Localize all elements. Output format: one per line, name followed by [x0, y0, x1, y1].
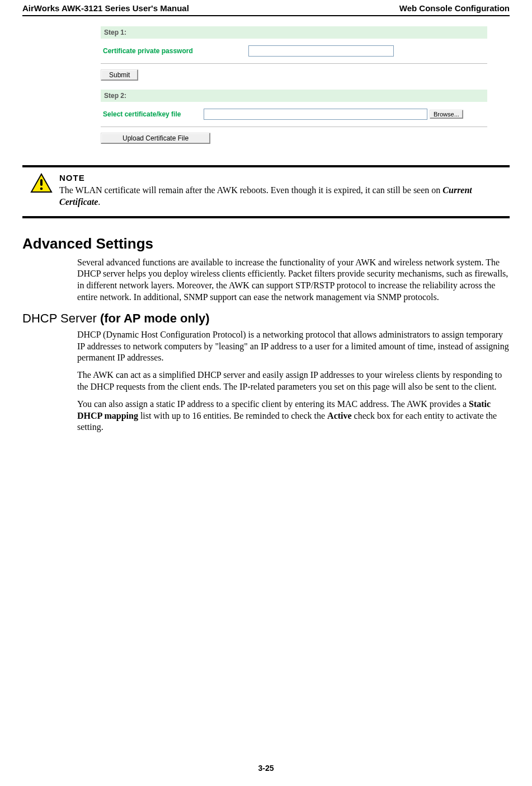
doc-header-left: AirWorks AWK-3121 Series User's Manual: [22, 3, 189, 13]
advanced-settings-para: Several advanced functions are available…: [77, 257, 510, 303]
divider: [101, 63, 487, 64]
select-file-label: Select certificate/key file: [103, 110, 204, 118]
svg-rect-1: [40, 179, 43, 186]
page-number: 3-25: [0, 764, 532, 773]
doc-header-right: Web Console Configuration: [399, 3, 510, 13]
dhcp-para3: You can also assign a static IP address …: [77, 399, 510, 433]
note-text-suffix: .: [98, 197, 100, 207]
upload-cert-button[interactable]: Upload Certificate File: [101, 133, 210, 144]
dhcp-server-heading: DHCP Server (for AP mode only): [22, 311, 510, 326]
dhcp-para1: DHCP (Dynamic Host Configuration Protoco…: [77, 329, 510, 364]
alert-icon: [30, 173, 53, 195]
note-block: NOTE The WLAN certificate will remain af…: [22, 165, 510, 218]
step2-header: Step 2:: [101, 90, 487, 102]
advanced-settings-heading: Advanced Settings: [22, 235, 510, 252]
divider: [101, 127, 487, 127]
dhcp-para3-mid: list with up to 16 entities. Be reminded…: [138, 411, 327, 420]
cert-password-input[interactable]: [248, 45, 394, 57]
web-console-screenshot: Step 1: Certificate private password Sub…: [101, 26, 487, 153]
doc-header: AirWorks AWK-3121 Series User's Manual W…: [22, 0, 510, 16]
note-text-prefix: The WLAN certificate will remain after t…: [59, 185, 442, 195]
dhcp-heading-bold: (for AP mode only): [100, 311, 210, 325]
step1-header: Step 1:: [101, 26, 487, 39]
dhcp-para2: The AWK can act as a simplified DHCP ser…: [77, 369, 510, 393]
dhcp-heading-plain: DHCP Server: [22, 311, 100, 325]
note-title: NOTE: [59, 173, 502, 183]
submit-button[interactable]: Submit: [101, 69, 138, 81]
dhcp-para3-b2: Active: [327, 411, 352, 420]
file-path-input[interactable]: [204, 109, 427, 120]
dhcp-para3-pre: You can also assign a static IP address …: [77, 399, 469, 409]
note-body: The WLAN certificate will remain after t…: [59, 185, 502, 208]
svg-point-2: [40, 188, 43, 190]
browse-button[interactable]: Browse...: [430, 110, 463, 119]
cert-password-label: Certificate private password: [103, 47, 248, 55]
